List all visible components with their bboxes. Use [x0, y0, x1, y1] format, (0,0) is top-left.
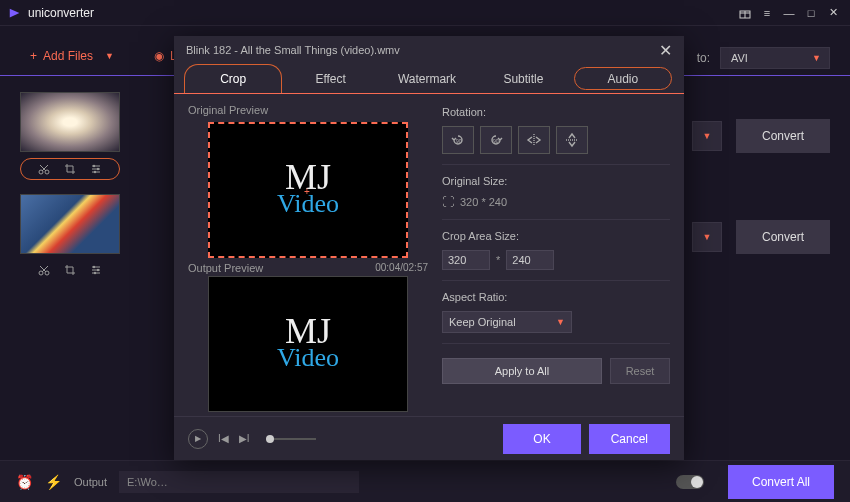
- close-icon[interactable]: ✕: [824, 4, 842, 22]
- rotate-cw-button[interactable]: 90: [480, 126, 512, 154]
- original-size-value: 320 * 240: [460, 196, 507, 208]
- svg-point-13: [94, 171, 96, 173]
- play-button[interactable]: ▶: [188, 429, 208, 449]
- transport-controls: ▶ I◀ ▶I: [188, 429, 316, 449]
- timecode: 00:04/02:57: [375, 262, 428, 274]
- add-files-button[interactable]: + Add Files ▼: [20, 43, 124, 69]
- alarm-icon[interactable]: ⏰: [16, 474, 33, 490]
- crop-area-label: Crop Area Size:: [442, 230, 670, 242]
- file-thumbnail[interactable]: [20, 92, 120, 152]
- chevron-down-icon: ▼: [556, 317, 565, 327]
- rotation-label: Rotation:: [442, 106, 670, 118]
- preview-graphic: Video: [277, 343, 339, 373]
- svg-point-11: [93, 165, 95, 167]
- merge-toggle[interactable]: [676, 475, 704, 489]
- reset-button[interactable]: Reset: [610, 358, 670, 384]
- target-format-area: to: AVI ▼: [697, 47, 830, 69]
- apply-to-all-button[interactable]: Apply to All: [442, 358, 602, 384]
- aspect-ratio-label: Aspect Ratio:: [442, 291, 670, 303]
- plus-icon: +: [30, 49, 37, 63]
- modal-tabs: Crop Effect Watermark Subtitle Audio: [174, 64, 684, 94]
- output-label: Output: [74, 476, 107, 488]
- rotate-ccw-button[interactable]: 90: [442, 126, 474, 154]
- output-path-field[interactable]: E:\Wo…: [119, 471, 359, 493]
- title-bar: uniconverter ≡ — □ ✕: [0, 0, 850, 26]
- effects-icon[interactable]: [90, 163, 102, 175]
- app-name: uniconverter: [28, 6, 736, 20]
- window-controls: ≡ — □ ✕: [736, 4, 842, 22]
- dimension-separator: *: [496, 254, 500, 266]
- svg-point-12: [97, 168, 99, 170]
- modal-title: Blink 182 - All the Small Things (video)…: [186, 44, 400, 56]
- target-format-select[interactable]: AVI ▼: [720, 47, 830, 69]
- seek-slider[interactable]: [266, 438, 316, 440]
- crop-width-input[interactable]: [442, 250, 490, 270]
- skip-back-icon[interactable]: I◀: [218, 433, 229, 444]
- svg-text:90: 90: [456, 138, 462, 144]
- row-format-dropdown[interactable]: ▼: [692, 121, 722, 151]
- output-preview-label: Output Preview: [188, 262, 263, 274]
- preview-column: Original Preview MJ Video + Output Previ…: [188, 102, 428, 412]
- original-preview[interactable]: MJ Video +: [208, 122, 408, 258]
- modal-header: Blink 182 - All the Small Things (video)…: [174, 36, 684, 64]
- crop-icon[interactable]: [64, 163, 76, 175]
- modal-footer: ▶ I◀ ▶I OK Cancel: [174, 416, 684, 460]
- tab-subtitle[interactable]: Subtitle: [475, 64, 571, 93]
- flip-vertical-button[interactable]: [556, 126, 588, 154]
- convert-button[interactable]: Convert: [736, 119, 830, 153]
- expand-icon: ⛶: [442, 195, 454, 209]
- disc-icon: ◉: [154, 49, 164, 63]
- modal-close-icon[interactable]: ✕: [659, 41, 672, 60]
- tab-effect[interactable]: Effect: [282, 64, 378, 93]
- svg-text:90: 90: [493, 138, 499, 144]
- edit-toolbar: [20, 158, 120, 180]
- bottom-bar: ⏰ ⚡ Output E:\Wo… Convert All: [0, 460, 850, 502]
- target-format-value: AVI: [731, 52, 748, 64]
- tab-watermark[interactable]: Watermark: [379, 64, 475, 93]
- tab-crop[interactable]: Crop: [184, 64, 282, 93]
- svg-point-21: [93, 266, 95, 268]
- output-preview: MJ Video: [208, 276, 408, 412]
- svg-point-22: [97, 269, 99, 271]
- row-format-dropdown[interactable]: ▼: [692, 222, 722, 252]
- convert-to-label: to:: [697, 51, 710, 65]
- gpu-accel-icon[interactable]: ⚡: [45, 474, 62, 490]
- chevron-down-icon: ▼: [105, 51, 114, 61]
- original-size-label: Original Size:: [442, 175, 670, 187]
- edit-modal: Blink 182 - All the Small Things (video)…: [174, 36, 684, 460]
- add-files-label: Add Files: [43, 49, 93, 63]
- flip-horizontal-button[interactable]: [518, 126, 550, 154]
- convert-button[interactable]: Convert: [736, 220, 830, 254]
- original-preview-label: Original Preview: [188, 104, 428, 116]
- trim-icon[interactable]: [38, 264, 50, 276]
- ok-button[interactable]: OK: [503, 424, 580, 454]
- svg-marker-0: [10, 8, 20, 17]
- crop-center-icon[interactable]: +: [304, 186, 312, 194]
- cancel-button[interactable]: Cancel: [589, 424, 670, 454]
- app-logo-icon: [8, 6, 22, 20]
- edit-toolbar: [20, 260, 120, 280]
- minimize-icon[interactable]: —: [780, 4, 798, 22]
- aspect-ratio-value: Keep Original: [449, 316, 516, 328]
- svg-point-23: [94, 272, 96, 274]
- chevron-down-icon: ▼: [812, 53, 821, 63]
- skip-fwd-icon[interactable]: ▶I: [239, 433, 250, 444]
- maximize-icon[interactable]: □: [802, 4, 820, 22]
- crop-icon[interactable]: [64, 264, 76, 276]
- file-thumbnail[interactable]: [20, 194, 120, 254]
- convert-all-button[interactable]: Convert All: [728, 465, 834, 499]
- menu-icon[interactable]: ≡: [758, 4, 776, 22]
- trim-icon[interactable]: [38, 163, 50, 175]
- tab-audio[interactable]: Audio: [574, 67, 672, 90]
- effects-icon[interactable]: [90, 264, 102, 276]
- crop-height-input[interactable]: [506, 250, 554, 270]
- gift-icon[interactable]: [736, 4, 754, 22]
- aspect-ratio-select[interactable]: Keep Original ▼: [442, 311, 572, 333]
- crop-settings: Rotation: 90 90 Original Size: ⛶ 320 * 2…: [442, 102, 670, 412]
